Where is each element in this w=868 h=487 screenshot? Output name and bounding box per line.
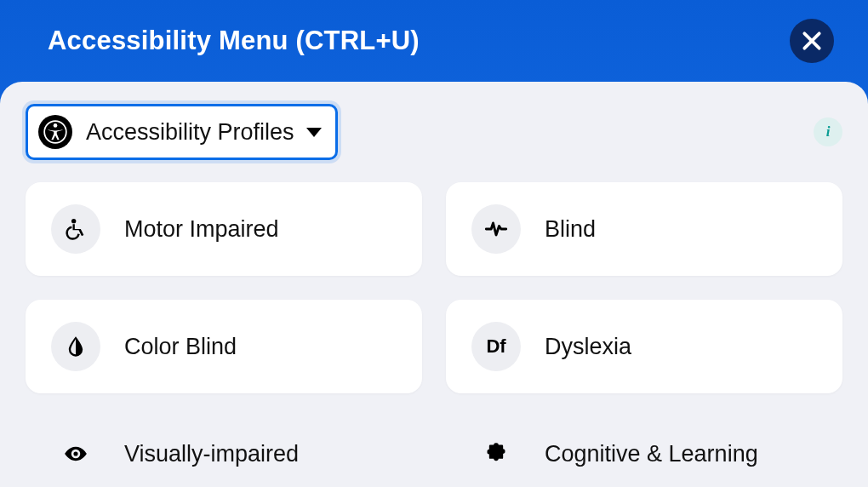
df-icon: Df [471, 322, 521, 371]
pulse-icon [471, 204, 521, 254]
profile-label: Color Blind [124, 334, 237, 360]
profile-card-motor-impaired[interactable]: Motor Impaired [26, 182, 422, 276]
chevron-down-icon [306, 128, 322, 137]
close-button[interactable] [790, 19, 834, 63]
profile-card-dyslexia[interactable]: Df Dyslexia [446, 300, 842, 393]
header: Accessibility Menu (CTRL+U) [0, 0, 868, 82]
profiles-grid: Motor Impaired Blind Color Blind Df Dysl… [26, 182, 842, 478]
profile-card-cognitive-learning[interactable]: Cognitive & Learning [446, 417, 842, 478]
svg-point-4 [71, 219, 76, 223]
svg-point-5 [73, 451, 77, 455]
close-icon [801, 30, 823, 52]
drop-icon [51, 322, 100, 371]
profile-card-blind[interactable]: Blind [446, 182, 842, 276]
info-button[interactable]: i [814, 117, 842, 146]
profiles-row: Accessibility Profiles i [26, 104, 842, 160]
page-title: Accessibility Menu (CTRL+U) [48, 26, 420, 56]
main-panel: Accessibility Profiles i Motor Impaired [0, 82, 868, 487]
profile-label: Cognitive & Learning [545, 441, 758, 467]
accessibility-profiles-dropdown[interactable]: Accessibility Profiles [26, 104, 338, 160]
profiles-dropdown-label: Accessibility Profiles [86, 119, 294, 146]
profile-card-visually-impaired[interactable]: Visually-impaired [26, 417, 422, 478]
info-icon: i [826, 123, 831, 140]
profile-label: Blind [545, 216, 596, 243]
profile-card-color-blind[interactable]: Color Blind [26, 300, 422, 393]
eye-icon [51, 429, 100, 478]
accessibility-icon [38, 115, 72, 149]
profile-label: Motor Impaired [124, 216, 279, 243]
svg-point-3 [54, 123, 58, 128]
profile-label: Dyslexia [545, 334, 631, 360]
wheelchair-icon [51, 204, 100, 254]
puzzle-icon [471, 429, 521, 478]
profile-label: Visually-impaired [124, 441, 299, 467]
